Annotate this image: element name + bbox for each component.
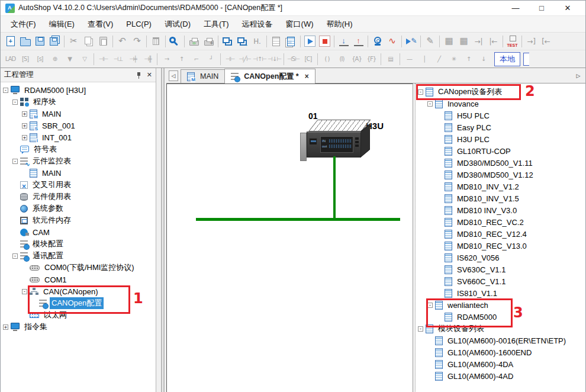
expand-icon[interactable]: + xyxy=(3,324,8,330)
tab-scroll-left-button[interactable]: ◁ xyxy=(169,70,178,81)
hline-button[interactable]: — xyxy=(402,52,417,66)
tree-item[interactable]: 以太网 xyxy=(1,309,156,321)
instr-table-button[interactable]: ▤ xyxy=(383,52,398,66)
wire-up-button[interactable]: ↑ xyxy=(174,52,189,66)
cascade-windows-button[interactable] xyxy=(220,34,235,49)
sfc-step-button[interactable]: [s] xyxy=(33,52,47,66)
trace-button[interactable]: ∿ xyxy=(385,34,400,49)
upload-button[interactable] xyxy=(351,34,366,49)
step-out-button[interactable]: [← xyxy=(539,34,553,49)
coil-node-button[interactable]: ⊕ xyxy=(47,52,62,66)
tree-item[interactable]: 元件使用表 xyxy=(1,191,156,203)
tree-item[interactable]: -元件监控表 xyxy=(1,155,156,167)
tree-item[interactable]: MD810_REC_V13.0 xyxy=(416,240,585,252)
monitor-mode-button[interactable] xyxy=(370,34,385,49)
print-button[interactable] xyxy=(201,34,216,49)
tree-item[interactable]: COM1 xyxy=(1,274,156,285)
func-instr-button[interactable]: {F} xyxy=(364,52,379,66)
stop-button[interactable] xyxy=(317,34,332,49)
collapse-icon[interactable]: - xyxy=(427,101,433,107)
contact-nc-button[interactable]: ⊣╱⊢ xyxy=(237,52,252,66)
tree-item[interactable]: GL10RTU-COP xyxy=(416,145,585,157)
close-button[interactable]: ✕ xyxy=(555,1,581,15)
collapse-icon[interactable]: - xyxy=(12,99,18,105)
minimize-button[interactable]: — xyxy=(503,1,529,15)
counter-button[interactable]: [C] xyxy=(301,52,315,66)
panel-splitter[interactable] xyxy=(156,68,166,392)
local-mode-button[interactable]: 本地 xyxy=(494,52,520,66)
close-tab-icon[interactable]: × xyxy=(305,72,309,81)
tab-canopen-config[interactable]: CANOpen配置 *× xyxy=(224,69,315,83)
app-instr-button[interactable]: {A} xyxy=(349,52,364,66)
menu-item-6[interactable]: 工具(T) xyxy=(197,17,236,32)
tree-item[interactable]: 软元件内存 xyxy=(1,214,156,226)
tree-item[interactable]: -通讯配置 xyxy=(1,250,156,262)
tree-item[interactable]: MD810_INV_V1.2 xyxy=(416,181,585,192)
export-window-button[interactable] xyxy=(235,34,250,49)
collapse-icon[interactable]: - xyxy=(22,289,27,294)
close-panel-icon[interactable]: ✕ xyxy=(147,71,152,79)
paste-button[interactable] xyxy=(96,34,111,49)
contact-fall-button[interactable]: ⊣↓⊢ xyxy=(267,52,282,66)
tree-item[interactable]: +SBR_001 xyxy=(1,120,156,131)
tree-item[interactable]: -模块设备列表 xyxy=(416,323,585,335)
tree-item[interactable]: MD810_REC_V12.4 xyxy=(416,228,585,240)
tree-item[interactable]: IS620_V056 xyxy=(416,252,585,264)
lad-mode-button[interactable]: LAD xyxy=(3,52,18,66)
tree-item[interactable]: MD810 INV_V3.0 xyxy=(416,204,585,216)
tab-main[interactable]: MAIN xyxy=(181,69,225,83)
vline-button[interactable]: │ xyxy=(417,52,432,66)
undo-button[interactable]: ↶ xyxy=(115,34,130,49)
tree-item[interactable]: -wenliantech xyxy=(416,299,585,311)
new-file-button[interactable] xyxy=(3,34,18,49)
collapse-icon[interactable]: - xyxy=(12,253,18,259)
write-in-run-button[interactable] xyxy=(404,34,418,49)
contact-rise-button[interactable]: ⊣↑⊢ xyxy=(252,52,267,66)
tree-item[interactable]: Easy PLC xyxy=(416,121,585,133)
tree-item[interactable]: -Inovance xyxy=(416,98,585,110)
menu-item-7[interactable]: 远程设备 xyxy=(236,17,279,32)
collapse-icon[interactable]: - xyxy=(427,303,433,308)
tree-item[interactable]: MD810_REC_VC.2 xyxy=(416,216,585,228)
tree-item[interactable]: -程序块 xyxy=(1,96,156,108)
tree-item[interactable]: GL10(AM600)-4AD xyxy=(416,370,585,382)
arrow-down-button[interactable]: ↓ xyxy=(476,52,491,66)
tree-item[interactable]: CANOpen配置 xyxy=(1,297,156,309)
tree-item[interactable]: H3U PLC xyxy=(416,133,585,145)
edit-button[interactable]: ✎ xyxy=(423,34,437,49)
wire-corner-button[interactable]: ⌐ xyxy=(189,52,204,66)
rail-1-button[interactable]: ⊣⊢ xyxy=(96,52,111,66)
test-connection-button[interactable]: TEST xyxy=(505,34,520,49)
tree-item[interactable]: -RDAM5000 [H3U] xyxy=(1,84,156,96)
delete-row-button[interactable]: |← xyxy=(486,34,501,49)
tree-item[interactable]: MAIN xyxy=(1,167,156,179)
save-all-button[interactable] xyxy=(47,34,62,49)
search-button[interactable] xyxy=(168,34,182,49)
menu-item-3[interactable]: 查看(V) xyxy=(81,17,120,32)
run-button[interactable] xyxy=(302,34,317,49)
tree-item[interactable]: SV660C_V1.1 xyxy=(416,275,585,287)
coil-inv-button[interactable]: (I) xyxy=(334,52,349,66)
compile-button[interactable] xyxy=(269,34,284,49)
insert-row-button[interactable]: →| xyxy=(471,34,486,49)
menu-item-2[interactable]: 编辑(E) xyxy=(43,17,81,32)
wire-corner2-button[interactable]: ┘ xyxy=(204,52,218,66)
collapse-icon[interactable]: - xyxy=(12,159,18,164)
redo-button[interactable]: ↷ xyxy=(130,34,144,49)
delete-node-button[interactable]: ✳ xyxy=(446,52,461,66)
tree-item[interactable]: IS810_V1.1 xyxy=(416,287,585,299)
tree-item[interactable]: +INT_001 xyxy=(1,131,156,143)
collapse-icon[interactable]: - xyxy=(3,88,8,93)
collapse-icon[interactable]: - xyxy=(418,326,423,332)
copy-button[interactable] xyxy=(81,34,96,49)
sfc-s-button[interactable]: [S] xyxy=(18,52,33,66)
save-button[interactable] xyxy=(33,34,47,49)
tree-item[interactable]: SV630C_V1.1 xyxy=(416,264,585,275)
tree-item[interactable]: H5U PLC xyxy=(416,110,585,121)
tree-item[interactable]: MD810_INV_V1.5 xyxy=(416,192,585,204)
delete-button[interactable] xyxy=(149,34,163,49)
menu-item-8[interactable]: 窗口(W) xyxy=(279,17,320,32)
wire-right-button[interactable]: → xyxy=(159,52,174,66)
open-project-button[interactable] xyxy=(18,34,33,49)
rail-4-button[interactable]: ⊣╫ xyxy=(140,52,155,66)
